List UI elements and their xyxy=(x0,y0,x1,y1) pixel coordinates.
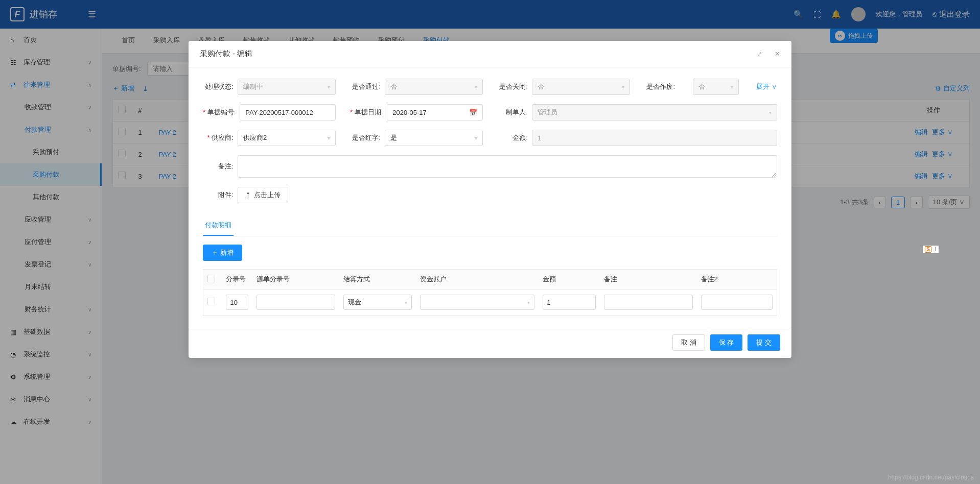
account-select[interactable]: ▾ xyxy=(420,295,534,310)
detail-row-checkbox[interactable] xyxy=(207,298,215,305)
cancel-button[interactable]: 取 消 xyxy=(672,334,705,351)
entry-input[interactable]: 10 xyxy=(226,295,248,310)
code-input[interactable]: PAY-20200517-000012 xyxy=(240,104,336,120)
ime-widget: S⁞ xyxy=(922,245,939,254)
calendar-icon: 📅 xyxy=(469,109,477,116)
detail-remark2-input[interactable] xyxy=(701,295,773,310)
close-icon[interactable]: ✕ xyxy=(775,50,780,58)
creator-input: 管理员▾ xyxy=(532,104,777,120)
modal-title: 采购付款 - 编辑 xyxy=(200,49,252,59)
closed-select: 否▾ xyxy=(532,79,630,95)
detail-amount-input[interactable]: 1 xyxy=(543,295,596,310)
detail-add-button[interactable]: ＋ 新增 xyxy=(203,245,242,261)
is-red-select[interactable]: 是▾ xyxy=(385,130,483,146)
date-input[interactable]: 2020-05-17📅 xyxy=(387,104,483,120)
status-select: 编制中▾ xyxy=(238,79,336,95)
modal-footer: 取 消 保 存 提 交 xyxy=(189,327,791,358)
voided-select: 否▾ xyxy=(693,79,739,95)
supplier-select[interactable]: 供应商2▾ xyxy=(238,130,336,146)
amount-input: 1 xyxy=(532,130,777,146)
expand-link[interactable]: 展开 ∨ xyxy=(756,82,777,91)
upload-button[interactable]: ⤒ 点击上传 xyxy=(238,187,288,203)
modal-header: 采购付款 - 编辑 ⤢ ✕ xyxy=(189,41,791,67)
maximize-icon[interactable]: ⤢ xyxy=(757,50,762,58)
detail-remark-input[interactable] xyxy=(604,295,693,310)
detail-row: 10 现金▾ ▾ 1 xyxy=(203,289,777,316)
submit-button[interactable]: 提 交 xyxy=(748,334,780,351)
detail-table: 分录号 源单分录号 结算方式 资金账户 金额 备注 备注2 10 现金▾ ▾ 1 xyxy=(203,269,777,316)
remark-textarea[interactable] xyxy=(238,155,777,178)
settle-select[interactable]: 现金▾ xyxy=(343,295,412,310)
edit-modal: 采购付款 - 编辑 ⤢ ✕ 处理状态:编制中▾ 是否通过:否▾ 是否关闭:否▾ … xyxy=(189,41,791,358)
save-button[interactable]: 保 存 xyxy=(710,334,743,351)
tab-payment-detail[interactable]: 付款明细 xyxy=(203,215,234,236)
detail-select-all[interactable] xyxy=(207,275,215,282)
src-input[interactable] xyxy=(256,295,335,310)
passed-select: 否▾ xyxy=(385,79,483,95)
watermark: https://blog.csdn.net/pastclouds xyxy=(888,474,974,481)
